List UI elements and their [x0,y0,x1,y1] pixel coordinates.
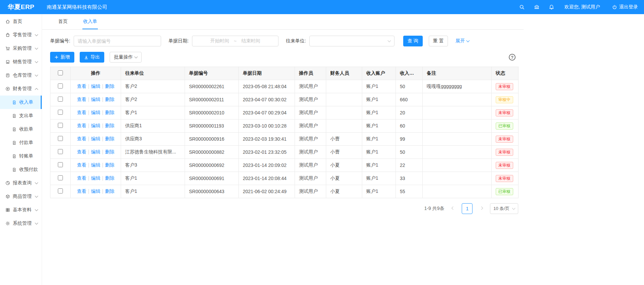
row-checkbox[interactable] [58,83,63,88]
delete-link[interactable]: 删除 [105,149,114,154]
add-button[interactable]: 新增 [50,52,74,63]
row-checkbox[interactable] [58,97,63,102]
sidebar-item-payment[interactable]: 付款单 [0,136,42,149]
row-checkbox[interactable] [58,175,63,180]
action-separator: | [88,136,89,141]
sidebar-item-warehouse[interactable]: 仓库管理 [0,69,42,82]
sidebar-item-purchase[interactable]: 采购管理 [0,42,42,55]
action-separator: | [102,97,104,102]
help-icon[interactable]: ? [509,54,516,61]
select-all-checkbox[interactable] [58,70,63,75]
col-amount: 收入金额 [396,67,423,80]
page-number-button[interactable]: 1 [462,203,472,214]
delete-link[interactable]: 删除 [105,136,114,141]
delete-link[interactable]: 删除 [105,123,114,128]
view-link[interactable]: 查看 [77,97,86,102]
row-checkbox[interactable] [58,162,63,167]
cell-finance: 小夏 [326,185,362,198]
col-status: 状态 [492,67,519,80]
document-icon [12,127,16,132]
partner-label: 往来单位: [286,38,306,44]
sidebar-item-basic[interactable]: 基本资料 [0,203,42,217]
app-logo[interactable]: 华夏ERP [0,3,42,11]
view-link[interactable]: 查看 [77,188,86,194]
row-checkbox[interactable] [58,149,63,154]
row-checkbox[interactable] [58,188,63,193]
sidebar-item-transfer[interactable]: 转账单 [0,149,42,163]
shop-icon [5,60,10,64]
row-checkbox[interactable] [58,123,63,128]
edit-link[interactable]: 编辑 [91,188,101,194]
page-size-select[interactable]: 10 条/页 [490,203,518,214]
sidebar-item-home[interactable]: 首页 [0,15,42,28]
view-link[interactable]: 查看 [77,110,86,115]
chevron-down-icon [387,39,391,42]
cell-doc-no: SR00000000692 [185,159,239,172]
edit-link[interactable]: 编辑 [91,162,101,168]
bank-icon[interactable] [534,4,539,10]
bell-icon[interactable] [549,4,554,10]
sidebar-item-expense[interactable]: 支出单 [0,109,42,122]
view-link[interactable]: 查看 [77,175,86,181]
chevron-up-icon [35,88,38,91]
main-area: 首页 收入单 单据编号: 单据日期: 开始时间 ~ 结束时间 往来单位: [42,14,644,285]
view-link[interactable]: 查看 [77,83,86,89]
edit-link[interactable]: 编辑 [91,110,101,115]
delete-link[interactable]: 删除 [105,97,114,102]
cell-remark [423,172,492,185]
delete-link[interactable]: 删除 [105,175,114,181]
table-row: 查看|编辑|删除 供应商1 SR00000001193 2023-03-10 0… [50,119,519,133]
prev-page-button[interactable] [448,203,458,214]
sidebar-item-receipt[interactable]: 收款单 [0,122,42,136]
tab-income[interactable]: 收入单 [82,14,98,29]
delete-link[interactable]: 删除 [105,110,114,115]
next-page-button[interactable] [476,203,487,214]
status-badge: 未审核 [496,136,513,143]
expand-link[interactable]: 展开 [455,38,469,44]
view-link[interactable]: 查看 [77,136,86,141]
partner-select[interactable] [309,36,394,46]
reset-button[interactable]: 重 置 [429,36,448,46]
search-button[interactable]: 查 询 [403,36,423,46]
edit-link[interactable]: 编辑 [91,83,101,89]
view-link[interactable]: 查看 [77,123,86,128]
row-checkbox[interactable] [58,136,63,141]
sidebar-item-prepaid[interactable]: 收预付款 [0,163,42,176]
sidebar-item-goods[interactable]: 商品管理 [0,190,42,203]
date-range-picker[interactable]: 开始时间 ~ 结束时间 [192,36,278,46]
batch-operations-button[interactable]: 批量操作 [110,52,142,63]
cell-doc-no: SR00000001193 [185,119,239,133]
pie-chart-icon [5,181,10,185]
sidebar-item-retail[interactable]: 零售管理 [0,28,42,42]
action-separator: | [88,175,89,181]
edit-link[interactable]: 编辑 [91,136,101,141]
doc-no-input[interactable] [74,36,161,46]
view-link[interactable]: 查看 [77,162,86,168]
filter-bar: 单据编号: 单据日期: 开始时间 ~ 结束时间 往来单位: 查 询 重 置 [50,36,516,46]
delete-link[interactable]: 删除 [105,188,114,194]
edit-link[interactable]: 编辑 [91,123,101,128]
chevron-down-icon [35,194,38,198]
cell-account: 账户1 [362,172,396,185]
row-checkbox[interactable] [58,110,63,115]
sidebar-item-report[interactable]: 报表查询 [0,176,42,190]
logout-button[interactable]: 退出登录 [612,4,638,10]
cell-operator: 测试用户 [295,106,326,119]
sidebar-item-income[interactable]: 收入单 [0,96,42,109]
edit-link[interactable]: 编辑 [91,149,101,154]
edit-link[interactable]: 编辑 [91,97,101,102]
edit-link[interactable]: 编辑 [91,175,101,181]
delete-link[interactable]: 删除 [105,83,114,89]
batch-button-label: 批量操作 [114,54,133,60]
search-icon[interactable] [519,4,525,10]
export-button[interactable]: 导出 [80,52,104,63]
delete-link[interactable]: 删除 [105,162,114,168]
sidebar-item-sales[interactable]: 销售管理 [0,55,42,69]
view-link[interactable]: 查看 [77,149,86,154]
sidebar-item-label: 零售管理 [13,32,35,38]
sidebar-item-label: 财务管理 [13,86,35,92]
sidebar-item-finance[interactable]: 财务管理 [0,82,42,96]
cell-remark [423,185,492,198]
sidebar-item-system[interactable]: 系统管理 [0,217,42,230]
tab-home[interactable]: 首页 [58,14,68,29]
